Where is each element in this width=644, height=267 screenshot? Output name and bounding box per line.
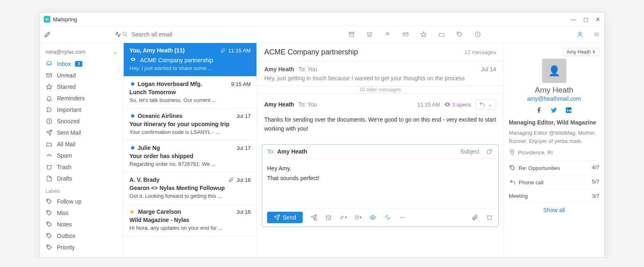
sidebar-folder-unread[interactable]: Unread xyxy=(40,70,123,81)
facebook-icon[interactable] xyxy=(536,107,543,114)
archive-button[interactable] xyxy=(348,31,355,38)
svg-point-45 xyxy=(400,217,401,218)
svg-point-18 xyxy=(48,200,48,201)
svg-point-7 xyxy=(458,33,459,34)
thread-preview: So, let's talk business. Our current ... xyxy=(129,97,251,103)
sidebar: nora@nylas.com ⌄ Inbox3UnreadStarredRemi… xyxy=(40,43,124,257)
profile-related-item[interactable]: Meeting3/7 xyxy=(509,190,599,203)
link-tracking-button[interactable] xyxy=(384,214,391,221)
compose-to-value[interactable]: Amy Heath xyxy=(277,148,307,155)
clock-icon xyxy=(45,118,53,125)
collapsed-to: To: You xyxy=(298,66,317,72)
thread-item[interactable]: ★Marge Carelson Jul 16 Wild Magazine - N… xyxy=(124,204,256,236)
related-meta: 3/7 xyxy=(592,193,599,199)
folder-label: Drafts xyxy=(57,175,72,182)
thread-from: You, Amy Heath (11) xyxy=(129,47,185,54)
window-minimize-button[interactable]: — xyxy=(571,16,576,23)
compose-body[interactable]: Hey Amy, That sounds perfect! xyxy=(262,159,498,208)
updown-icon: ⇅ xyxy=(592,50,596,54)
label-text: Misc xyxy=(57,210,69,216)
sidebar-label-follow-up[interactable]: Follow up xyxy=(40,196,123,207)
reply-icon xyxy=(509,179,516,186)
sidebar-label-misc[interactable]: Misc xyxy=(40,207,123,219)
send-button[interactable]: Send xyxy=(267,212,303,223)
svg-point-52 xyxy=(511,166,512,167)
titlebar: ✉ Mailspring — ▢ ✕ xyxy=(40,13,604,26)
tracking-button[interactable] xyxy=(369,214,376,221)
collapsed-message[interactable]: Amy Heath To: You Jul 14 Hey, just getti… xyxy=(257,62,503,86)
profile-toggle-button[interactable] xyxy=(576,31,584,38)
message-to: To: You xyxy=(298,101,317,108)
thread-subject: Gearon <> Nylas Meeting Followup xyxy=(129,185,251,191)
folder-label: Trash xyxy=(57,164,71,170)
search-input[interactable] xyxy=(132,31,238,38)
thread-title: ACME Company partnership xyxy=(264,48,358,57)
show-all-button[interactable]: Show all xyxy=(509,203,599,217)
profile-related-item[interactable]: Phone call5/7 xyxy=(509,175,599,190)
discard-button[interactable] xyxy=(486,214,493,221)
linkedin-icon[interactable] xyxy=(565,107,573,114)
sidebar-folder-important[interactable]: Important xyxy=(40,104,123,115)
mark-unread-button[interactable] xyxy=(402,31,409,38)
message-body: Thanks for sending over the documents. W… xyxy=(264,115,496,134)
more-button[interactable] xyxy=(399,214,406,221)
svg-line-1 xyxy=(126,35,127,37)
sidebar-label-priority[interactable]: Priority xyxy=(40,242,123,253)
open-tracking-badge[interactable]: 3 opens xyxy=(444,101,471,108)
sidebar-label-notes[interactable]: Notes xyxy=(40,219,123,230)
older-messages-toggle[interactable]: 10 older messages xyxy=(257,86,503,94)
activity-icon[interactable] xyxy=(114,31,122,38)
spam-button[interactable] xyxy=(384,31,391,38)
star-button[interactable] xyxy=(420,31,427,38)
profile-selector[interactable]: Amy Heath ⇅ xyxy=(563,48,599,56)
sidebar-folder-spam[interactable]: Spam xyxy=(40,150,123,161)
thread-preview: Regarding order no. 8726761: We ... xyxy=(129,161,251,167)
move-folder-button[interactable] xyxy=(438,31,445,38)
snooze-button[interactable] xyxy=(474,31,481,38)
window-maximize-button[interactable]: ▢ xyxy=(583,16,588,23)
send-later-button[interactable] xyxy=(310,214,317,221)
thread-item[interactable]: Logan Hoverboard Mfg. 9:15 AM Lunch Tomo… xyxy=(124,77,256,109)
account-selector[interactable]: nora@nylas.com ⌄ xyxy=(40,47,123,58)
folder-label: Important xyxy=(57,106,81,113)
sidebar-folder-snoozed[interactable]: Snoozed xyxy=(40,115,123,127)
menu-button[interactable] xyxy=(593,31,600,38)
sidebar-folder-inbox[interactable]: Inbox3 xyxy=(40,58,123,70)
label-button[interactable] xyxy=(456,31,463,38)
thread-message-count: 12 messages xyxy=(465,49,496,55)
compose-panel: To: Amy Heath Subject Hey Amy, That soun… xyxy=(262,144,499,227)
reminder-button[interactable] xyxy=(325,214,332,221)
label-text: Notes xyxy=(57,221,72,228)
search-box[interactable] xyxy=(122,31,253,38)
thread-item[interactable]: Julie Ng Jul 17 Your order has shipped R… xyxy=(124,140,256,172)
reply-icon xyxy=(479,101,485,108)
sidebar-folder-reminders[interactable]: Reminders xyxy=(40,93,123,104)
reply-button[interactable]: ⌄ xyxy=(475,100,496,109)
thread-item[interactable]: A. V. Brady Jul 16 Gearon <> Nylas Meeti… xyxy=(124,172,256,204)
sidebar-folder-starred[interactable]: Starred xyxy=(40,81,123,93)
thread-item[interactable]: Oceanic Airlines Jul 17 Your itinerary f… xyxy=(124,109,256,140)
compose-subject-toggle[interactable]: Subject xyxy=(460,148,479,155)
important-icon xyxy=(45,106,53,113)
trash-button[interactable] xyxy=(366,31,373,38)
sidebar-folder-drafts[interactable]: Drafts xyxy=(40,173,123,184)
attach-button[interactable] xyxy=(471,214,478,221)
thread-subject: Lunch Tomorrow xyxy=(129,89,251,95)
sidebar-label-outbox[interactable]: Outbox xyxy=(40,230,123,242)
profile-bio: Managing Editor @WildMag. Mother. Runner… xyxy=(509,129,599,145)
twitter-icon[interactable] xyxy=(551,107,558,114)
profile-email[interactable]: amy@heathmail.com xyxy=(509,95,599,102)
compose-icon[interactable] xyxy=(44,31,51,38)
sidebar-folder-all-mail[interactable]: All Mail xyxy=(40,138,123,150)
popout-icon[interactable] xyxy=(486,148,493,155)
thread-subject: Wild Magazine - Nylas xyxy=(129,217,251,223)
thread-item[interactable]: You, Amy Heath (11) 11:15 AM ACME Compan… xyxy=(124,43,256,77)
window-close-button[interactable]: ✕ xyxy=(596,16,600,23)
sidebar-folder-trash[interactable]: Trash xyxy=(40,161,123,173)
sidebar-folder-sent-mail[interactable]: Sent Mail xyxy=(40,127,123,138)
profile-related-item[interactable]: Re: Opportunities4/7 xyxy=(509,161,599,175)
translate-button[interactable]: A ▾ xyxy=(340,214,347,221)
templates-button[interactable]: ▾ xyxy=(354,214,362,221)
bell-icon xyxy=(45,95,53,102)
svg-marker-6 xyxy=(421,32,426,37)
